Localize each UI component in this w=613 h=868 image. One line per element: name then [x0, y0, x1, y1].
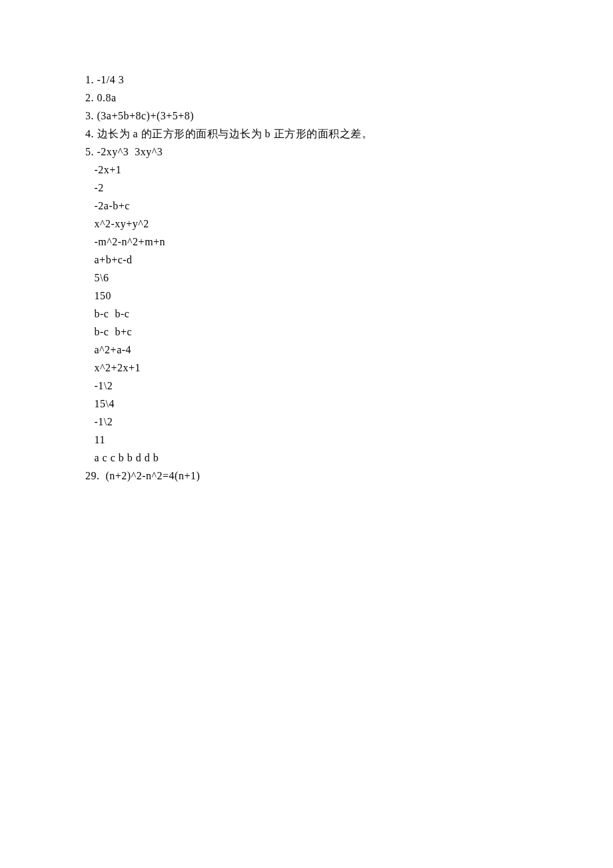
answer-line-5: 5. -2xy^3 3xy^3 [85, 144, 613, 160]
answer-line-20: -1\2 [85, 414, 613, 430]
answer-line-4: 4. 边长为 a 的正方形的面积与边长为 b 正方形的面积之差。 [85, 126, 613, 142]
answer-line-13: 150 [85, 288, 613, 304]
answer-line-6: -2x+1 [85, 162, 613, 178]
answer-line-21: 11 [85, 432, 613, 448]
answer-line-3: 3. (3a+5b+8c)+(3+5+8) [85, 108, 613, 124]
answer-line-19: 15\4 [85, 396, 613, 412]
document-body: 1. -1/4 3 2. 0.8a 3. (3a+5b+8c)+(3+5+8) … [85, 72, 613, 484]
answer-line-23: 29. (n+2)^2-n^2=4(n+1) [85, 468, 613, 484]
answer-line-8: -2a-b+c [85, 198, 613, 214]
answer-line-9: x^2-xy+y^2 [85, 216, 613, 232]
answer-line-18: -1\2 [85, 378, 613, 394]
answer-line-15: b-c b+c [85, 324, 613, 340]
answer-line-17: x^2+2x+1 [85, 360, 613, 376]
answer-line-2: 2. 0.8a [85, 90, 613, 106]
answer-line-10: -m^2-n^2+m+n [85, 234, 613, 250]
answer-line-14: b-c b-c [85, 306, 613, 322]
answer-line-22: a c c b b d d b [85, 450, 613, 466]
answer-line-1: 1. -1/4 3 [85, 72, 613, 88]
answer-line-11: a+b+c-d [85, 252, 613, 268]
answer-line-12: 5\6 [85, 270, 613, 286]
answer-line-7: -2 [85, 180, 613, 196]
answer-line-16: a^2+a-4 [85, 342, 613, 358]
